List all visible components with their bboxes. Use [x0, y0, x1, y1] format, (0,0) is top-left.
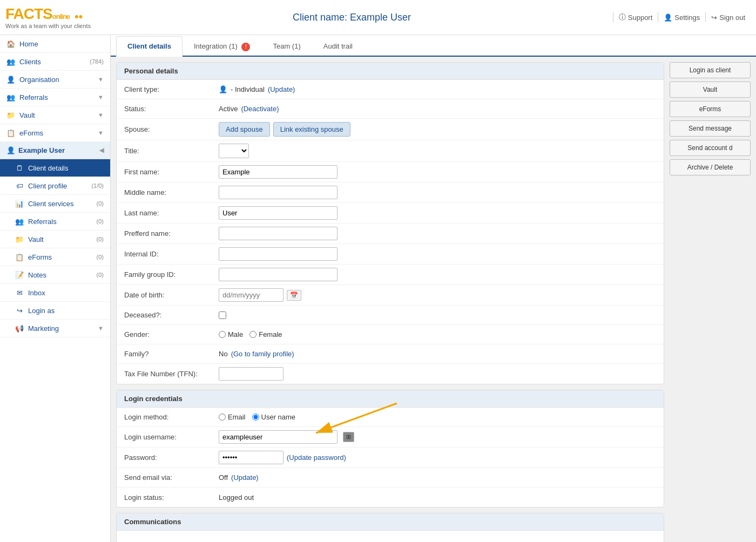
tfn-row: Tax File Number (TFN): [117, 364, 664, 384]
login-method-value: Email User name [219, 413, 656, 421]
client-type-update-link[interactable]: (Update) [268, 85, 295, 93]
sidebar-item-referrals-sub[interactable]: 👥 Referrals (0) [0, 213, 110, 231]
spouse-row: Spouse: Add spouse Link existing spouse [117, 119, 664, 140]
tab-client-details[interactable]: Client details [116, 36, 183, 57]
login-as-client-button[interactable]: Login as client [670, 62, 751, 78]
status-value: Active (Deactivate) [219, 105, 656, 113]
method-username-radio[interactable] [252, 414, 259, 421]
marketing-icon: 📢 [15, 324, 24, 333]
deceased-checkbox[interactable] [219, 311, 226, 319]
signout-icon: ↪ [711, 13, 717, 22]
sidebar-item-client-details[interactable]: 🗒 Client details [0, 159, 110, 177]
login-status-label: Login status: [124, 493, 219, 502]
update-password-link[interactable]: (Update password) [287, 453, 346, 462]
chevron-down-icon: ▼ [98, 76, 104, 83]
support-link[interactable]: ⓘ Support [613, 12, 658, 22]
login-credentials-card: Login credentials Login method: Email Us… [116, 390, 664, 507]
login-status-row: Login status: Logged out [117, 487, 664, 507]
tab-audit-trail[interactable]: Audit trail [312, 36, 364, 57]
internalid-input[interactable] [219, 247, 338, 261]
gender-female-radio[interactable] [249, 331, 256, 338]
gender-male-label[interactable]: Male [219, 330, 243, 338]
inbox-icon: ✉ [15, 288, 24, 297]
method-email-radio[interactable] [219, 414, 226, 421]
familygroupid-label: Family group ID: [124, 270, 219, 279]
send-email-value: Off (Update) [219, 473, 656, 482]
sidebar-item-clients[interactable]: 👥 Clients (784) [0, 53, 110, 71]
lastname-row: Last name: [117, 203, 664, 223]
eforms-button[interactable]: eForms [670, 101, 751, 117]
sidebar-item-vault-sub[interactable]: 📁 Vault (0) [0, 231, 110, 248]
sidebar-item-inbox[interactable]: ✉ Inbox [0, 284, 110, 302]
status-label: Status: [124, 105, 219, 113]
prefname-label: Prefferd name: [124, 229, 219, 238]
gender-label: Gender: [124, 330, 219, 338]
family-profile-link[interactable]: (Go to family profile) [231, 350, 294, 358]
firstname-input[interactable] [219, 165, 338, 179]
tab-integration[interactable]: Integration (1) ! [183, 36, 262, 57]
sidebar-item-client-profile[interactable]: 🏷 Client profile (1/0) [0, 177, 110, 195]
link-spouse-button[interactable]: Link existing spouse [273, 122, 350, 137]
sidebar-item-client-services[interactable]: 📊 Client services (0) [0, 195, 110, 213]
familygroupid-row: Family group ID: [117, 265, 664, 285]
send-message-button[interactable]: Send message [670, 120, 751, 137]
deceased-label: Deceased?: [124, 311, 219, 319]
login-username-input[interactable] [219, 430, 338, 444]
logo-sub: Work as a team with your clients [5, 23, 91, 29]
sidebar-item-eforms-sub[interactable]: 📋 eForms (0) [0, 248, 110, 266]
calendar-button[interactable]: 📅 [287, 290, 301, 301]
client-type-value: 👤 - Individual (Update) [219, 85, 656, 93]
send-account-button[interactable]: Send account d [670, 140, 751, 156]
gender-value: Male Female [219, 330, 656, 338]
title-value: Mr Mrs Ms Dr [219, 144, 656, 158]
login-method-label: Login method: [124, 413, 219, 421]
client-type-row: Client type: 👤 - Individual (Update) [117, 80, 664, 99]
username-copy-icon[interactable]: ⊞ [343, 432, 354, 442]
communications-card: Communications [116, 513, 664, 542]
familygroupid-input[interactable] [219, 268, 338, 281]
tab-team[interactable]: Team (1) [261, 36, 312, 57]
login-method-row: Login method: Email User name [117, 408, 664, 427]
send-email-label: Send email via: [124, 473, 219, 482]
send-email-update-link[interactable]: (Update) [231, 473, 259, 482]
sidebar-item-vault[interactable]: 📁 Vault ▼ [0, 106, 110, 124]
method-email-label[interactable]: Email [219, 413, 246, 421]
user-icon: 👤 [6, 146, 15, 154]
client-profile-icon: 🏷 [15, 181, 24, 190]
vault-button[interactable]: Vault [670, 82, 751, 98]
sidebar-item-referrals[interactable]: 👥 Referrals ▼ [0, 89, 110, 106]
gender-male-radio[interactable] [219, 331, 226, 338]
sidebar-item-home[interactable]: 🏠 Home [0, 35, 110, 53]
sidebar-item-notes[interactable]: 📝 Notes (0) [0, 266, 110, 284]
family-row: Family? No (Go to family profile) [117, 344, 664, 364]
password-input[interactable] [219, 451, 284, 464]
method-username-label[interactable]: User name [252, 413, 296, 421]
add-spouse-button[interactable]: Add spouse [219, 122, 270, 137]
sidebar-item-organisation[interactable]: 👤 Organisation ▼ [0, 71, 110, 89]
archive-delete-button[interactable]: Archive / Delete [670, 159, 751, 175]
signout-link[interactable]: ↪ Sign out [705, 12, 751, 22]
top-nav: ⓘ Support 👤 Settings ↪ Sign out [613, 12, 751, 22]
login-credentials-header: Login credentials [117, 390, 664, 408]
sidebar-user[interactable]: 👤 Example User ◀ [0, 142, 110, 159]
deactivate-link[interactable]: (Deactivate) [241, 105, 279, 113]
sidebar-item-eforms[interactable]: 📋 eForms ▼ [0, 124, 110, 142]
dob-input[interactable] [219, 288, 284, 302]
middlename-input[interactable] [219, 186, 338, 199]
title-select[interactable]: Mr Mrs Ms Dr [219, 144, 249, 158]
eforms-icon: 📋 [6, 128, 15, 137]
dob-row: Date of birth: 📅 [117, 285, 664, 306]
prefname-input[interactable] [219, 227, 338, 240]
settings-icon: 👤 [664, 13, 672, 22]
family-value: No (Go to family profile) [219, 350, 656, 358]
lastname-input[interactable] [219, 206, 338, 220]
settings-link[interactable]: 👤 Settings [658, 12, 705, 22]
middlename-label: Middle name: [124, 188, 219, 197]
sidebar-item-marketing[interactable]: 📢 Marketing ▼ [0, 320, 110, 337]
client-services-icon: 📊 [15, 199, 24, 208]
personal-details-header: Personal details [117, 63, 664, 80]
sidebar-item-login-as[interactable]: ↪ Login as [0, 302, 110, 320]
gender-female-label[interactable]: Female [249, 330, 282, 338]
tfn-input[interactable] [219, 367, 284, 381]
prefname-row: Prefferd name: [117, 223, 664, 244]
